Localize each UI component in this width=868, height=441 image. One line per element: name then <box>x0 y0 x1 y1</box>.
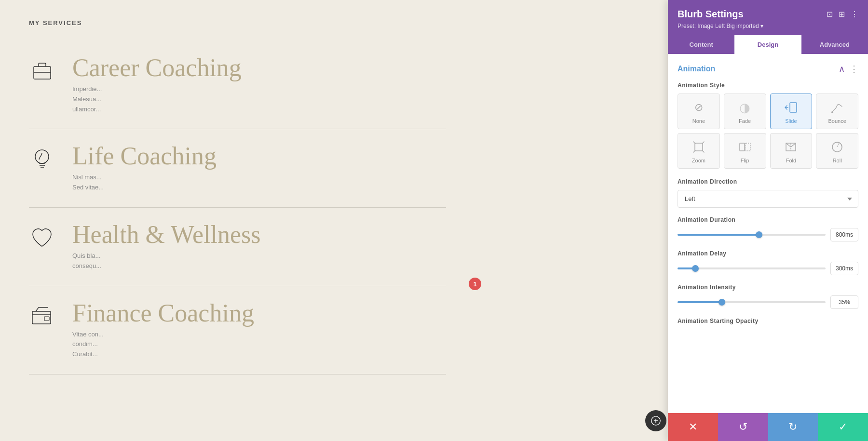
fold-icon <box>782 138 800 156</box>
anim-option-fade[interactable]: ◑ Fade <box>724 94 766 129</box>
svg-rect-8 <box>746 143 750 151</box>
animation-delay-label: Animation Delay <box>678 250 858 257</box>
anim-option-roll[interactable]: Roll <box>816 133 858 169</box>
more-icon[interactable]: ⋮ <box>851 10 858 19</box>
fade-label: Fade <box>739 118 751 124</box>
health-coaching-title: Health & Wellness <box>72 222 446 247</box>
panel-body: Animation ∧ ⋮ Animation Style ⊘ None ◑ F… <box>668 54 868 413</box>
panel-header-top: Blurb Settings ⊡ ⊞ ⋮ <box>678 9 858 20</box>
life-coaching-title: Life Coaching <box>72 144 446 169</box>
anim-option-bounce[interactable]: Bounce <box>816 94 858 129</box>
slide-label: Slide <box>785 118 797 124</box>
animation-intensity-label: Animation Intensity <box>678 284 858 291</box>
tab-content[interactable]: Content <box>668 35 734 54</box>
panel-preset[interactable]: Preset: Image Left Big imported ▾ <box>678 23 858 29</box>
roll-label: Roll <box>833 158 842 163</box>
svg-rect-6 <box>695 143 703 151</box>
flip-label: Flip <box>741 158 749 163</box>
animation-intensity-slider-row: 35% <box>678 295 858 309</box>
animation-style-field: Animation Style ⊘ None ◑ Fade <box>678 82 858 169</box>
fullscreen-icon[interactable]: ⊡ <box>827 10 833 19</box>
animation-style-grid: ⊘ None ◑ Fade Slide <box>678 94 858 169</box>
cancel-button[interactable]: ✕ <box>668 413 718 441</box>
tab-design[interactable]: Design <box>734 35 801 54</box>
svg-rect-0 <box>34 67 51 79</box>
animation-intensity-fill <box>678 301 722 303</box>
animation-delay-value[interactable]: 300ms <box>830 262 858 275</box>
section-title: MY SERVICES <box>29 19 446 27</box>
animation-direction-field: Animation Direction Left Right Top Botto… <box>678 178 858 208</box>
animation-duration-slider-row: 800ms <box>678 228 858 241</box>
animation-delay-field: Animation Delay 300ms <box>678 250 858 275</box>
service-item-career: Career Coaching Imperdie...Malesua...ull… <box>29 41 446 129</box>
animation-duration-track[interactable] <box>678 234 826 236</box>
svg-rect-2 <box>32 311 51 324</box>
animation-direction-select[interactable]: Left Right Top Bottom Center <box>678 190 858 208</box>
animation-section-header: Animation ∧ ⋮ <box>678 64 858 74</box>
svg-point-5 <box>831 111 833 113</box>
animation-duration-value[interactable]: 800ms <box>830 228 858 241</box>
life-coaching-content: Life Coaching Nisl mas...Sed vitae... <box>72 144 446 193</box>
panel-header-icons: ⊡ ⊞ ⋮ <box>827 10 858 19</box>
animation-delay-thumb[interactable] <box>692 265 699 272</box>
finance-coaching-content: Finance Coaching Vitae con...condim...Cu… <box>72 301 446 360</box>
health-coaching-text: Quis bla...consequ... <box>72 251 446 271</box>
anim-option-fold[interactable]: Fold <box>770 133 813 169</box>
bounce-label: Bounce <box>828 118 846 124</box>
animation-intensity-thumb[interactable] <box>719 299 725 306</box>
service-item-finance: Finance Coaching Vitae con...condim...Cu… <box>29 286 446 374</box>
panel-header: Blurb Settings ⊡ ⊞ ⋮ Preset: Image Left … <box>668 0 868 35</box>
briefcase-icon <box>29 58 58 86</box>
flip-icon <box>736 138 754 156</box>
bounce-icon <box>828 99 846 116</box>
slide-icon <box>782 99 800 116</box>
wallet-icon <box>29 303 58 332</box>
zoom-icon <box>690 138 707 156</box>
svg-rect-4 <box>790 103 797 112</box>
undo-icon: ↺ <box>739 421 747 433</box>
animation-delay-track[interactable] <box>678 267 826 269</box>
animation-collapse-icon[interactable]: ∧ <box>839 64 845 74</box>
columns-icon[interactable]: ⊞ <box>839 10 845 19</box>
health-coaching-content: Health & Wellness Quis bla...consequ... <box>72 222 446 271</box>
redo-icon: ↻ <box>788 421 797 433</box>
heart-icon <box>29 225 58 253</box>
animation-intensity-field: Animation Intensity 35% <box>678 284 858 309</box>
animation-label: Animation <box>678 65 715 73</box>
lightbulb-icon <box>29 146 58 174</box>
anim-option-zoom[interactable]: Zoom <box>678 133 720 169</box>
animation-delay-slider-row: 300ms <box>678 262 858 275</box>
tab-advanced[interactable]: Advanced <box>801 35 868 54</box>
animation-more-icon[interactable]: ⋮ <box>850 64 858 74</box>
svg-rect-3 <box>44 317 49 321</box>
none-icon: ⊘ <box>690 99 707 116</box>
animation-duration-label: Animation Duration <box>678 216 858 223</box>
notification-badge: 1 <box>469 278 481 290</box>
save-button[interactable]: ✓ <box>818 413 868 441</box>
settings-panel: Blurb Settings ⊡ ⊞ ⋮ Preset: Image Left … <box>668 0 868 441</box>
cancel-icon: ✕ <box>689 421 697 433</box>
animation-starting-opacity-label: Animation Starting Opacity <box>678 318 858 324</box>
none-label: None <box>692 118 705 124</box>
life-coaching-text: Nisl mas...Sed vitae... <box>72 173 446 193</box>
animation-style-label: Animation Style <box>678 82 858 89</box>
career-coaching-content: Career Coaching Imperdie...Malesua...ull… <box>72 55 446 114</box>
anim-option-flip[interactable]: Flip <box>724 133 766 169</box>
main-content: MY SERVICES Career Coaching Imperdie...M… <box>0 0 475 441</box>
fab-button[interactable] <box>645 410 666 431</box>
animation-intensity-track[interactable] <box>678 301 826 303</box>
career-coaching-title: Career Coaching <box>72 55 446 80</box>
undo-button[interactable]: ↺ <box>718 413 768 441</box>
finance-coaching-title: Finance Coaching <box>72 301 446 326</box>
anim-option-slide[interactable]: Slide <box>770 94 813 129</box>
service-item-health: Health & Wellness Quis bla...consequ... <box>29 208 446 286</box>
redo-button[interactable]: ↻ <box>768 413 818 441</box>
bottom-toolbar: ✕ ↺ ↻ ✓ <box>668 413 868 441</box>
anim-option-none[interactable]: ⊘ None <box>678 94 720 129</box>
animation-duration-thumb[interactable] <box>756 231 762 238</box>
service-item-life: Life Coaching Nisl mas...Sed vitae... <box>29 129 446 208</box>
animation-intensity-value[interactable]: 35% <box>830 295 858 309</box>
svg-rect-7 <box>740 143 745 151</box>
fold-label: Fold <box>786 158 796 163</box>
panel-tabs: Content Design Advanced <box>668 35 868 54</box>
